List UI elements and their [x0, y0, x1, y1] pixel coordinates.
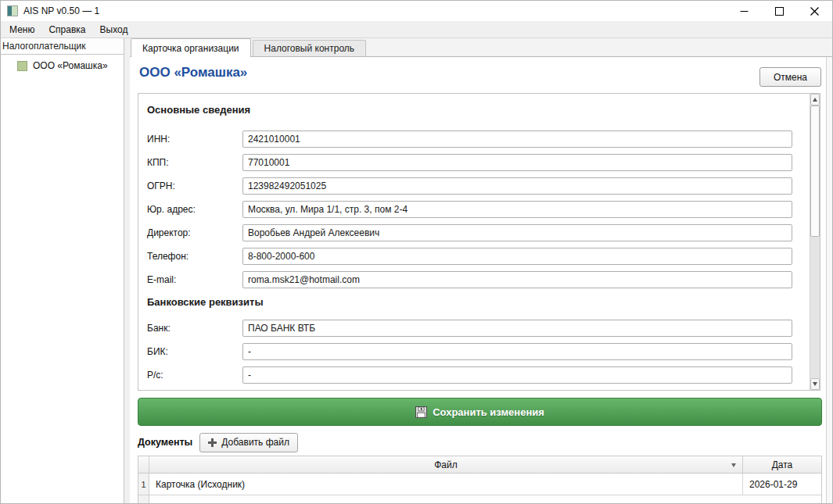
tree-item-label: ООО «Ромашка» — [33, 60, 108, 71]
tab-organization-card[interactable]: Карточка организации — [131, 38, 251, 57]
menu-item-help[interactable]: Справка — [41, 22, 92, 38]
form-row-phone: Телефон: — [147, 248, 792, 265]
table-empty-area — [138, 495, 821, 504]
tab-content: ООО «Ромашка» Отмена Основные сведения И… — [130, 57, 832, 504]
plus-icon — [208, 438, 217, 447]
date-column-label: Дата — [772, 459, 793, 470]
account-field[interactable] — [242, 366, 792, 384]
email-field[interactable] — [242, 271, 792, 288]
main-area: Карточка организации Налоговый контроль … — [130, 38, 832, 504]
tab-bar: Карточка организации Налоговый контроль — [130, 38, 832, 57]
close-button[interactable] — [797, 1, 832, 21]
add-file-button[interactable]: Добавить файл — [199, 433, 298, 452]
organization-icon — [17, 61, 27, 71]
ogrn-field[interactable] — [242, 177, 792, 195]
documents-label: Документы — [138, 437, 192, 448]
panel-splitter[interactable] — [124, 38, 130, 504]
bik-label: БИК: — [147, 346, 242, 357]
form-row-account: Р/с: — [147, 366, 792, 384]
maximize-button[interactable] — [762, 1, 797, 21]
section-heading-main-info: Основные сведения — [147, 104, 820, 116]
window-title: AIS NP v0.50 — 1 — [23, 5, 99, 16]
dropdown-arrow-icon[interactable] — [731, 463, 736, 467]
add-file-label: Добавить файл — [221, 437, 289, 448]
account-label: Р/с: — [147, 370, 242, 381]
form-row-bank: Банк: — [147, 320, 792, 337]
documents-table: Файл Дата 1 Карточка (Исходник) 2026-01-… — [138, 456, 822, 504]
inn-label: ИНН: — [147, 134, 242, 145]
table-header-row: Файл Дата — [138, 456, 821, 474]
tab-tax-control[interactable]: Налоговый контроль — [253, 40, 367, 56]
minimize-button[interactable] — [727, 1, 762, 21]
table-corner-cell[interactable] — [138, 456, 149, 473]
column-header-date[interactable]: Дата — [743, 456, 821, 473]
row-header-strip — [138, 495, 149, 504]
table-row[interactable]: 1 Карточка (Исходник) 2026-01-29 — [138, 474, 821, 495]
scroll-down-icon[interactable] — [810, 378, 820, 390]
file-column-label: Файл — [434, 459, 458, 470]
window-controls — [727, 1, 832, 21]
row-number-cell: 1 — [138, 474, 149, 495]
app-window: AIS NP v0.50 — 1 Меню Справка Выход Нало… — [0, 0, 833, 504]
form-row-ogrn: ОГРН: — [147, 177, 792, 195]
kpp-label: КПП: — [147, 157, 242, 168]
phone-label: Телефон: — [147, 251, 242, 262]
floppy-disk-icon — [415, 406, 427, 418]
form-row-director: Директор: — [147, 224, 792, 241]
taxpayer-sidebar: Налогоплательщик ООО «Ромашка» — [1, 38, 124, 504]
date-cell[interactable]: 2026-01-29 — [743, 474, 821, 495]
director-field[interactable] — [242, 224, 792, 241]
section-heading-bank-details: Банковские реквизиты — [147, 296, 820, 309]
form-row-inn: ИНН: — [147, 130, 792, 148]
scroll-up-icon[interactable] — [810, 94, 820, 105]
sidebar-item-romashka[interactable]: ООО «Ромашка» — [1, 58, 124, 73]
form-row-bik: БИК: — [147, 343, 792, 360]
menu-item-exit[interactable]: Выход — [93, 22, 135, 38]
form-row-kpp: КПП: — [147, 154, 792, 171]
documents-toolbar: Документы Добавить файл — [138, 432, 298, 452]
title-bar: AIS NP v0.50 — 1 — [1, 1, 832, 21]
address-field[interactable] — [242, 201, 792, 218]
kpp-field[interactable] — [242, 154, 792, 171]
sidebar-header: Налогоплательщик — [1, 38, 124, 55]
form-scrollbar[interactable] — [810, 94, 820, 390]
scrollbar-thumb[interactable] — [810, 105, 820, 237]
menu-item-menu[interactable]: Меню — [2, 22, 41, 38]
file-cell[interactable]: Карточка (Исходник) — [149, 474, 743, 495]
form-row-email: E-mail: — [147, 271, 792, 288]
bik-field[interactable] — [242, 343, 792, 360]
form-row-address: Юр. адрес: — [147, 201, 792, 218]
phone-field[interactable] — [242, 248, 792, 265]
email-label: E-mail: — [147, 274, 242, 285]
organization-form-panel: Основные сведения ИНН: КПП: ОГРН: — [138, 93, 820, 391]
main-scrollbar-track — [826, 57, 832, 504]
column-header-file[interactable]: Файл — [149, 456, 743, 473]
director-label: Директор: — [147, 227, 242, 238]
bank-label: Банк: — [147, 323, 242, 334]
ogrn-label: ОГРН: — [147, 181, 242, 191]
cancel-button[interactable]: Отмена — [759, 67, 821, 87]
address-label: Юр. адрес: — [147, 204, 242, 215]
scrollbar-track[interactable] — [810, 237, 820, 378]
save-button-label: Сохранить изменения — [433, 406, 544, 418]
bank-field[interactable] — [242, 320, 792, 337]
app-icon — [7, 5, 18, 16]
page-title: ООО «Ромашка» — [139, 65, 247, 80]
save-changes-button[interactable]: Сохранить изменения — [138, 398, 822, 426]
inn-field[interactable] — [242, 130, 792, 148]
menu-bar: Меню Справка Выход — [1, 21, 832, 38]
